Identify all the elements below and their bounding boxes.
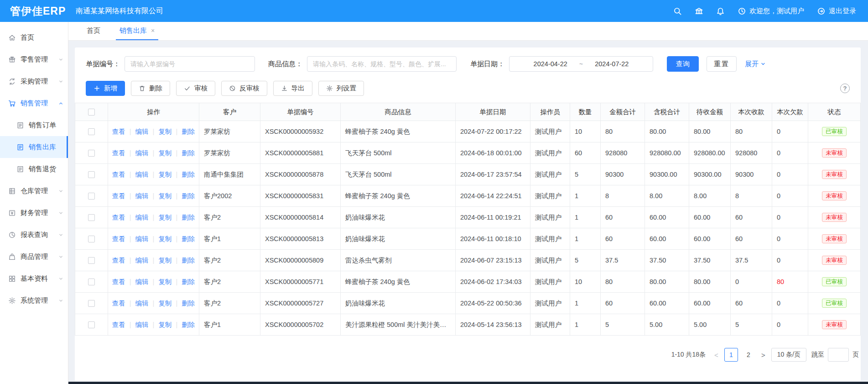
search-icon[interactable]	[673, 7, 682, 16]
status-badge: 未审核	[822, 320, 847, 330]
row-action-2[interactable]: 复制	[158, 321, 172, 329]
expand-label: 展开	[745, 60, 759, 68]
close-icon[interactable]: ×	[151, 27, 155, 34]
row-action-1[interactable]: 编辑	[135, 299, 149, 308]
product-info-input[interactable]	[307, 56, 457, 72]
row-action-2[interactable]: 复制	[158, 256, 172, 265]
sidebar-item-7[interactable]: 仓库管理	[0, 180, 68, 202]
sidebar-item-1[interactable]: 零售管理	[0, 48, 68, 70]
help-icon[interactable]: ?	[840, 84, 850, 93]
row-action-1[interactable]: 编辑	[135, 321, 149, 329]
row-action-1[interactable]: 编辑	[135, 149, 149, 158]
row-action-3[interactable]: 删除	[182, 256, 195, 265]
sidebar-item-2[interactable]: 采购管理	[0, 70, 68, 92]
row-action-3[interactable]: 删除	[182, 321, 195, 329]
row-action-1[interactable]: 编辑	[135, 127, 149, 136]
row-action-1[interactable]: 编辑	[135, 256, 149, 265]
row-checkbox[interactable]	[88, 128, 95, 135]
row-action-0[interactable]: 查看	[112, 278, 125, 286]
reset-button[interactable]: 重置	[707, 56, 737, 72]
content-area: 单据编号： 商品信息： 单据日期： 2024-04-22 ~ 2024-07-2…	[68, 41, 868, 384]
jump-page-input[interactable]	[828, 348, 849, 362]
unaudit-button[interactable]: 反审核	[221, 81, 267, 96]
action-separator: |	[130, 278, 131, 285]
sidebar-item-4[interactable]: 销售订单	[0, 114, 68, 136]
doc-no-input[interactable]	[125, 56, 255, 72]
row-checkbox[interactable]	[88, 300, 95, 307]
sidebar-item-3[interactable]: 销售管理	[0, 92, 68, 114]
row-action-2[interactable]: 复制	[158, 170, 172, 179]
row-checkbox[interactable]	[88, 321, 95, 328]
page-button-1[interactable]: 1	[724, 348, 738, 362]
sidebar-item-12[interactable]: 系统管理	[0, 289, 68, 311]
row-action-2[interactable]: 复制	[158, 299, 172, 308]
select-all-checkbox[interactable]	[88, 109, 95, 116]
row-action-3[interactable]: 删除	[182, 170, 195, 179]
row-action-0[interactable]: 查看	[112, 299, 125, 308]
row-action-0[interactable]: 查看	[112, 192, 125, 200]
row-checkbox[interactable]	[88, 236, 95, 242]
sidebar-item-0[interactable]: 首页	[0, 26, 68, 48]
bell-icon[interactable]	[716, 7, 725, 16]
row-checkbox[interactable]	[88, 150, 95, 157]
row-action-0[interactable]: 查看	[112, 235, 125, 243]
expand-link[interactable]: 展开	[745, 60, 766, 68]
row-action-1[interactable]: 编辑	[135, 213, 149, 222]
sidebar-item-11[interactable]: 基本资料	[0, 268, 68, 289]
audit-button[interactable]: 审核	[176, 81, 215, 96]
sidebar-item-10[interactable]: 商品管理	[0, 246, 68, 268]
row-action-3[interactable]: 删除	[182, 299, 195, 308]
row-checkbox[interactable]	[88, 171, 95, 178]
row-action-3[interactable]: 删除	[182, 192, 195, 200]
chevron-down-icon	[58, 57, 63, 62]
tab-1[interactable]: 销售出库×	[116, 22, 158, 40]
sidebar-item-label: 销售管理	[21, 99, 48, 108]
row-action-3[interactable]: 删除	[182, 235, 195, 243]
row-action-1[interactable]: 编辑	[135, 170, 149, 179]
row-action-2[interactable]: 复制	[158, 149, 172, 158]
next-page-button[interactable]: >	[760, 351, 766, 359]
logout-button[interactable]: 退出登录	[817, 7, 856, 16]
sidebar-item-8[interactable]: 财务管理	[0, 202, 68, 224]
tab-0[interactable]: 首页	[83, 22, 104, 40]
row-action-0[interactable]: 查看	[112, 127, 125, 136]
export-button[interactable]: 导出	[273, 81, 312, 96]
row-action-2[interactable]: 复制	[158, 192, 172, 200]
row-action-2[interactable]: 复制	[158, 235, 172, 243]
welcome-user[interactable]: 欢迎您，测试用户	[738, 7, 804, 16]
row-tax-total: 80.00	[645, 121, 689, 142]
row-operator: 测试用户	[530, 228, 570, 250]
row-checkbox[interactable]	[88, 193, 95, 200]
column-settings-button[interactable]: 列设置	[318, 81, 364, 96]
row-amount: 80	[601, 271, 645, 293]
row-action-0[interactable]: 查看	[112, 149, 125, 158]
row-checkbox[interactable]	[88, 214, 95, 221]
page-button-2[interactable]: 2	[742, 348, 755, 362]
search-button[interactable]: 查询	[667, 56, 699, 72]
add-button[interactable]: 新增	[86, 81, 125, 96]
row-action-1[interactable]: 编辑	[135, 192, 149, 200]
bank-icon[interactable]	[695, 7, 703, 16]
sidebar-item-5[interactable]: 销售出库	[0, 136, 68, 158]
sidebar-item-9[interactable]: 报表查询	[0, 224, 68, 246]
row-action-3[interactable]: 删除	[182, 213, 195, 222]
delete-button[interactable]: 删除	[131, 81, 170, 96]
row-action-0[interactable]: 查看	[112, 170, 125, 179]
row-action-2[interactable]: 复制	[158, 213, 172, 222]
row-action-0[interactable]: 查看	[112, 321, 125, 329]
row-action-0[interactable]: 查看	[112, 256, 125, 265]
sidebar-item-6[interactable]: 销售退货	[0, 158, 68, 180]
row-action-3[interactable]: 删除	[182, 149, 195, 158]
row-checkbox[interactable]	[88, 279, 95, 285]
row-action-1[interactable]: 编辑	[135, 278, 149, 286]
row-action-2[interactable]: 复制	[158, 278, 172, 286]
row-action-0[interactable]: 查看	[112, 213, 125, 222]
page-size-select[interactable]: 10 条/页	[771, 348, 806, 362]
row-action-1[interactable]: 编辑	[135, 235, 149, 243]
row-action-3[interactable]: 删除	[182, 278, 195, 286]
row-checkbox[interactable]	[88, 257, 95, 264]
date-range-picker[interactable]: 2024-04-22 ~ 2024-07-22	[509, 56, 653, 72]
row-action-2[interactable]: 复制	[158, 127, 172, 136]
prev-page-button[interactable]: <	[713, 351, 719, 359]
row-action-3[interactable]: 删除	[182, 127, 195, 136]
